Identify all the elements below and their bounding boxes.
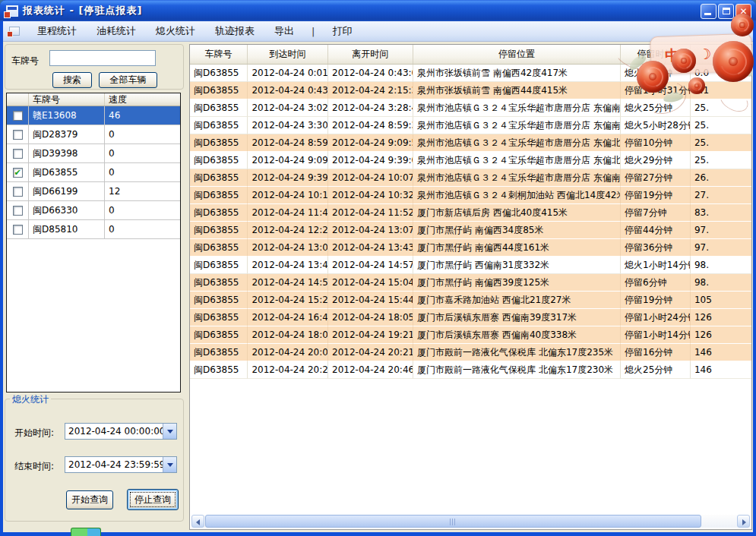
report-leave-cell: 2012-04-24 3:28:42	[328, 99, 413, 117]
report-duration-cell: 停留19分钟	[621, 187, 691, 204]
report-arrive-cell: 2012-04-24 3:30:37	[248, 117, 328, 134]
vehicle-table-body: 赣E13608 46 闽D28379 0 闽D39398 0 ✔ 闽D63855…	[7, 106, 180, 239]
report-row[interactable]: 闽D63855 2012-04-24 3:02:50 2012-04-24 3:…	[190, 99, 751, 117]
report-duration-cell: 停留6分钟	[621, 274, 691, 292]
report-col-leave[interactable]: 离开时间	[328, 45, 413, 64]
chevron-down-icon	[167, 463, 173, 467]
report-arrive-cell: 2012-04-24 0:43:07	[248, 82, 328, 99]
end-time-dropdown-button[interactable]	[163, 457, 176, 472]
app-icon	[6, 5, 18, 17]
vehicle-speed-cell: 0	[105, 220, 180, 238]
scroll-left-button[interactable]	[191, 515, 204, 528]
report-plate-cell: 闽D63855	[190, 222, 248, 239]
report-panel: 车牌号 到达时间 离开时间 停留位置 停留时间 闽D63855 2012-04-…	[189, 44, 752, 530]
report-location-cell: 厦门市黑仔屿 南偏西39度125米	[413, 274, 621, 292]
report-col-plate[interactable]: 车牌号	[190, 45, 248, 64]
vehicle-checkbox[interactable]	[13, 187, 23, 197]
vehicle-checkbox[interactable]: ✔	[13, 168, 23, 178]
report-row[interactable]: 闽D63855 2012-04-24 13:07:15 2012-04-24 1…	[190, 239, 751, 257]
report-row[interactable]: 闽D63855 2012-04-24 13:43:43 2012-04-24 1…	[190, 257, 751, 274]
menu-item[interactable]: 油耗统计	[87, 21, 146, 41]
report-row[interactable]: 闽D63855 2012-04-24 10:12:37 2012-04-24 1…	[190, 187, 751, 204]
report-row[interactable]: 闽D63855 2012-04-24 3:30:37 2012-04-24 8:…	[190, 117, 751, 134]
report-row[interactable]: 闽D63855 2012-04-24 0:43:07 2012-04-24 2:…	[190, 82, 751, 99]
vehicle-row[interactable]: 赣E13608 46	[7, 106, 180, 125]
vehicle-row[interactable]: ✔ 闽D63855 0	[7, 163, 180, 182]
report-leave-cell: 2012-04-24 13:43:43	[328, 239, 413, 257]
report-duration-cell: 熄火29分钟	[621, 152, 691, 169]
report-row[interactable]: 闽D63855 2012-04-24 0:01:08 2012-04-24 0:…	[190, 65, 751, 82]
vehicle-row[interactable]: 闽D66199 12	[7, 182, 180, 201]
vehicle-plate-cell: 闽D63855	[29, 163, 105, 181]
report-row[interactable]: 闽D63855 2012-04-24 16:41:29 2012-04-24 1…	[190, 309, 751, 326]
report-distance-cell: 27.	[691, 187, 751, 204]
report-duration-cell: 熄火41分钟	[621, 65, 691, 82]
report-row[interactable]: 闽D63855 2012-04-24 20:21:14 2012-04-24 2…	[190, 361, 751, 379]
report-col-duration[interactable]: 停留时间	[621, 45, 691, 64]
plate-input[interactable]	[49, 50, 156, 66]
report-duration-cell: 停留19分钟	[621, 292, 691, 309]
app-window: 报表统计 - [停驻点报表] ✕ 里程统计油耗统计熄火统计轨迹报表导出|打印 车…	[0, 0, 756, 536]
report-row[interactable]: 闽D63855 2012-04-24 15:23:48 2012-04-24 1…	[190, 292, 751, 309]
menu-item[interactable]: 轨迹报表	[205, 21, 264, 41]
report-arrive-cell: 2012-04-24 14:57:59	[248, 274, 328, 292]
report-row[interactable]: 闽D63855 2012-04-24 9:09:59 2012-04-24 9:…	[190, 152, 751, 169]
menu-item[interactable]: 打印	[322, 21, 362, 41]
menu-item[interactable]: 熄火统计	[146, 21, 205, 41]
query-group: 熄火统计 开始时间: 2012-04-24 00:00:00 结束时间: 201…	[5, 399, 184, 522]
menubar-items: 里程统计油耗统计熄火统计轨迹报表导出|打印	[27, 21, 362, 41]
vehicle-checkbox[interactable]	[13, 225, 23, 235]
report-duration-cell: 停留44分钟	[621, 222, 691, 239]
report-row[interactable]: 闽D63855 2012-04-24 20:04:59 2012-04-24 2…	[190, 344, 751, 361]
vehicle-row[interactable]: 闽D28379 0	[7, 125, 180, 144]
stop-query-button[interactable]: 停止查询	[127, 489, 179, 510]
report-arrive-cell: 2012-04-24 9:39:08	[248, 169, 328, 187]
report-row[interactable]: 闽D63855 2012-04-24 8:59:30 2012-04-24 9:…	[190, 134, 751, 152]
report-row[interactable]: 闽D63855 2012-04-24 14:57:59 2012-04-24 1…	[190, 274, 751, 292]
menu-item[interactable]: 里程统计	[27, 21, 87, 41]
report-row[interactable]: 闽D63855 2012-04-24 12:22:30 2012-04-24 1…	[190, 222, 751, 239]
horizontal-scrollbar[interactable]	[191, 515, 750, 528]
vehicle-checkbox[interactable]	[13, 206, 23, 216]
vehicle-col-plate[interactable]: 车牌号	[29, 93, 105, 106]
vehicle-checkbox[interactable]	[13, 111, 23, 121]
vehicle-checkbox[interactable]	[13, 149, 23, 159]
vehicle-col-checkbox[interactable]	[7, 93, 29, 106]
report-col-location[interactable]: 停留位置	[413, 45, 621, 64]
all-vehicles-button[interactable]: 全部车辆	[99, 72, 157, 88]
start-time-label: 开始时间:	[14, 427, 54, 440]
vehicle-col-speed[interactable]: 速度	[105, 93, 180, 106]
end-time-combo[interactable]: 2012-04-24 23:59:59	[65, 456, 177, 473]
report-plate-cell: 闽D63855	[190, 257, 248, 274]
start-query-button[interactable]: 开始查询	[66, 490, 113, 509]
close-button[interactable]: ✕	[735, 4, 751, 19]
report-leave-cell: 2012-04-24 15:04:59	[328, 274, 413, 292]
menu-item[interactable]: 导出	[264, 21, 304, 41]
vehicle-row[interactable]: 闽D39398 0	[7, 144, 180, 163]
report-row[interactable]: 闽D63855 2012-04-24 11:44:18 2012-04-24 1…	[190, 204, 751, 222]
scrollbar-thumb[interactable]	[205, 515, 701, 528]
minimize-button[interactable]	[701, 4, 716, 19]
vehicle-row[interactable]: 闽D85810 0	[7, 220, 180, 239]
report-plate-cell: 闽D63855	[190, 117, 248, 134]
vehicle-row[interactable]: 闽D66330 0	[7, 201, 180, 220]
taskbar-icon[interactable]	[71, 528, 101, 536]
window-title: 报表统计 - [停驻点报表]	[23, 4, 142, 17]
start-time-combo[interactable]: 2012-04-24 00:00:00	[65, 423, 177, 440]
report-leave-cell: 2012-04-24 9:09:59	[328, 134, 413, 152]
vehicle-checkbox[interactable]	[13, 130, 23, 140]
maximize-button[interactable]	[718, 4, 734, 19]
scroll-right-button[interactable]	[737, 515, 750, 528]
report-arrive-cell: 2012-04-24 13:43:43	[248, 257, 328, 274]
report-distance-cell: 146	[691, 344, 751, 361]
report-location-cell: 泉州市池店镇Ｇ３２４宝乐华超市唐厝分店 东偏南6...	[413, 99, 621, 117]
search-button[interactable]: 搜索	[52, 72, 92, 88]
report-row[interactable]: 闽D63855 2012-04-24 9:39:08 2012-04-24 10…	[190, 169, 751, 187]
report-row[interactable]: 闽D63855 2012-04-24 18:06:29 2012-04-24 1…	[190, 326, 751, 344]
report-col-arrive[interactable]: 到达时间	[248, 45, 328, 64]
report-leave-cell: 2012-04-24 19:21:29	[328, 326, 413, 344]
report-duration-cell: 熄火25分钟	[621, 361, 691, 379]
report-leave-cell: 2012-04-24 20:21:14	[328, 344, 413, 361]
report-col-distance[interactable]	[691, 45, 751, 64]
start-time-dropdown-button[interactable]	[163, 424, 176, 439]
